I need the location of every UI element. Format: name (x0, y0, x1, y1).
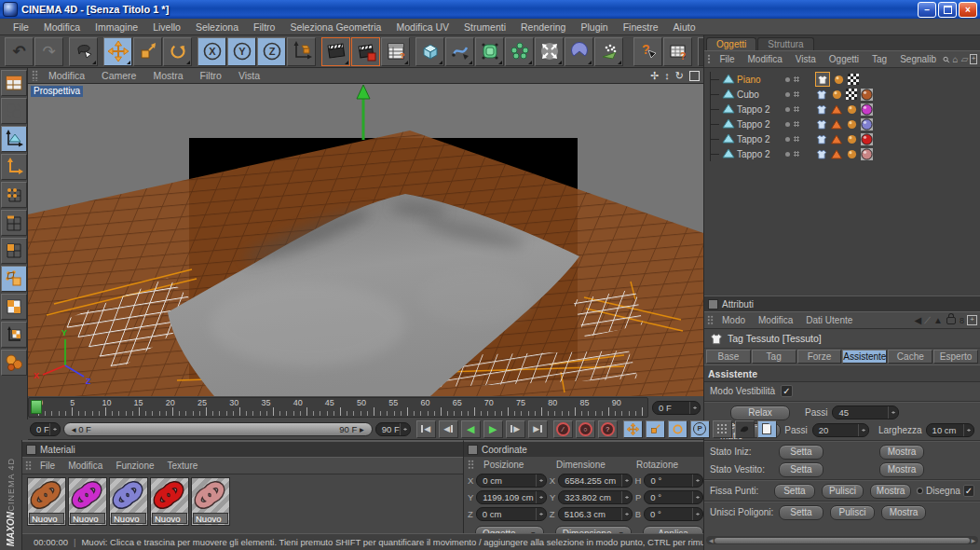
pos-z-field[interactable]: 0 cm (476, 507, 547, 521)
tab-assistente[interactable]: Assistente (842, 350, 887, 364)
record-objects-icon[interactable]: ○ (576, 420, 595, 438)
vp-menu-mostra[interactable]: Mostra (144, 70, 191, 81)
material-swatch[interactable]: Nuovo (109, 477, 148, 526)
link-icon[interactable]: 8 (960, 316, 964, 325)
goto-start-icon[interactable]: ◀ (416, 420, 436, 438)
coords-grip[interactable] (468, 460, 474, 469)
object-icon[interactable] (722, 89, 735, 100)
tessuto-tag-icon[interactable] (815, 103, 828, 116)
live-selection-icon[interactable] (69, 37, 98, 66)
menu-modifica-uv[interactable]: Modifica UV (388, 21, 456, 33)
material-swatch[interactable]: Nuovo (191, 477, 230, 526)
material-name[interactable]: Nuovo (152, 513, 187, 524)
add-primitive-cube-icon[interactable] (415, 37, 444, 66)
edges-mode-icon[interactable] (1, 210, 27, 236)
object-icon[interactable] (722, 148, 735, 159)
rot-b-field[interactable]: 0 ° (644, 507, 703, 521)
unisci-pulisci-button[interactable]: Pulisci (830, 505, 875, 520)
command-manager-icon[interactable]: ? (663, 37, 692, 66)
parent-icon[interactable]: ▲ (933, 315, 943, 325)
menu-strumenti[interactable]: Strumenti (456, 21, 513, 33)
stato-vestito-mostra-button[interactable]: Mostra (879, 462, 924, 477)
add-modeling-icon[interactable] (535, 37, 564, 66)
object-icon[interactable] (722, 118, 735, 130)
play-backwards-icon[interactable]: ◀ (461, 420, 481, 438)
phong-tag-icon[interactable] (832, 73, 845, 86)
menu-seleziona[interactable]: Seleziona (188, 21, 246, 33)
unisci-mostra-button[interactable]: Mostra (881, 505, 926, 520)
menu-livello[interactable]: Livello (145, 21, 188, 33)
make-preview-icon[interactable] (757, 420, 777, 438)
menu-file[interactable]: File (6, 21, 36, 33)
record-keyframe-icon[interactable]: ⁄ (553, 420, 573, 438)
history-back-icon[interactable]: ◀ (914, 315, 921, 325)
add-spline-icon[interactable] (445, 37, 474, 66)
phong-tag-icon[interactable] (845, 117, 858, 131)
object-name[interactable]: Piano (735, 75, 785, 85)
om-path-icon[interactable]: ▱ (961, 54, 969, 64)
scale-icon[interactable] (133, 37, 162, 66)
material-tag-icon[interactable] (860, 147, 873, 160)
om-menu-vista[interactable]: Vista (789, 54, 823, 64)
tessuto-tag-icon[interactable] (815, 88, 828, 101)
point-level-animation-icon[interactable] (713, 420, 732, 438)
render-settings-icon[interactable]: ? (381, 37, 410, 66)
phong-tag-icon[interactable] (830, 88, 843, 101)
om-search-icon[interactable] (943, 54, 950, 65)
viewport-pan-icon[interactable]: ✢ (650, 70, 659, 82)
object-name[interactable]: Tappo 2 (735, 134, 785, 144)
om-menu-segnalib[interactable]: Segnalib (893, 54, 943, 64)
menu-rendering[interactable]: Rendering (513, 21, 573, 33)
belt-tag-icon[interactable] (830, 132, 843, 145)
menu-immagine[interactable]: Immagine (88, 21, 145, 33)
attr-menu-modo[interactable]: Modo (715, 315, 752, 325)
compositing-tag-icon[interactable] (845, 88, 858, 101)
timeline-ruler[interactable]: 051015202530354045505560657075808590 (28, 397, 648, 418)
tessuto-tag-icon[interactable] (815, 132, 828, 145)
viewport-zoom-icon[interactable]: ↕ (664, 70, 670, 81)
frame-range-slider[interactable]: ◂ 0 F 90 F ▸ (63, 422, 373, 436)
material-name[interactable]: Nuovo (29, 513, 64, 524)
om-grip[interactable] (707, 54, 711, 64)
model-mode-icon[interactable] (1, 126, 27, 152)
move-icon[interactable] (103, 37, 132, 66)
lock-icon[interactable] (946, 317, 956, 324)
visibility-dots[interactable] (785, 91, 810, 97)
fissa-punti-mostra-button[interactable]: Mostra (870, 484, 912, 499)
belt-tag-icon[interactable] (830, 147, 843, 160)
object-row-tappo[interactable]: Tappo 2 (704, 131, 980, 146)
tab-esperto[interactable]: Esperto (933, 350, 978, 364)
tessuto-tag-icon[interactable] (815, 117, 828, 131)
add-particles-icon[interactable] (594, 37, 623, 66)
menu-plugin[interactable]: Plugin (573, 21, 615, 33)
dim-x-field[interactable]: 6584.255 cm (558, 474, 632, 488)
visibility-dots[interactable] (785, 136, 810, 142)
om-home-icon[interactable]: ⌂ (950, 54, 961, 64)
tab-cache[interactable]: Cache (888, 350, 932, 364)
viewport[interactable]: X Y Z Prospettiva (28, 84, 703, 396)
scroll-thumb[interactable] (715, 538, 971, 543)
spinner[interactable] (963, 424, 973, 436)
scroll-right-arrow[interactable]: ▶ (970, 537, 976, 543)
spinner[interactable] (400, 423, 410, 435)
vp-menu-vista[interactable]: Vista (230, 70, 268, 81)
spinner[interactable] (689, 402, 700, 414)
phong-tag-icon[interactable] (845, 147, 858, 160)
mat-menu-file[interactable]: File (34, 461, 61, 471)
titlebar[interactable]: CINEMA 4D - [Senza Titolo 1 *] – × (0, 0, 980, 19)
object-row-tappo[interactable]: Tappo 2 (704, 146, 980, 161)
attr-grip[interactable] (707, 315, 714, 325)
goto-end-icon[interactable]: ▶ (528, 420, 548, 438)
render-in-picture-viewer-icon[interactable] (351, 37, 380, 66)
texture-mode-icon[interactable] (1, 294, 27, 320)
object-name[interactable]: Cubo (735, 89, 785, 100)
attr-expand-icon[interactable]: + (967, 315, 977, 325)
object-row-tappo[interactable]: Tappo 2 (704, 117, 980, 131)
vestibilita-checkbox[interactable]: ✓ (781, 385, 793, 397)
pos-y-field[interactable]: 1199.109 cm (476, 490, 547, 504)
convert-object-icon[interactable] (1, 98, 27, 124)
end-frame-field[interactable]: 90 F (375, 422, 411, 436)
attr-menu-modifica[interactable]: Modifica (752, 315, 799, 325)
belt-tag-icon[interactable] (830, 103, 843, 116)
current-frame-field[interactable]: 0 F (30, 422, 61, 436)
